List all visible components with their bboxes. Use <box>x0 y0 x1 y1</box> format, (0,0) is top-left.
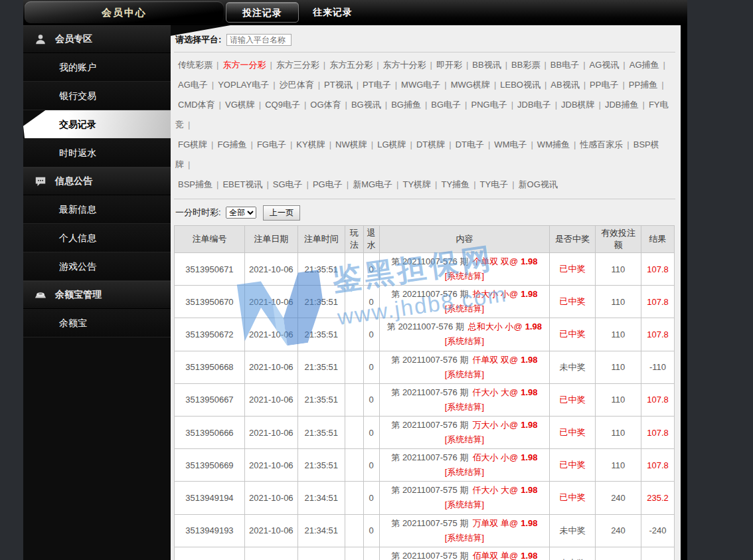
sidebar-item[interactable]: 我的账户 <box>23 53 171 82</box>
column-header: 结果 <box>641 226 674 253</box>
platform-link[interactable]: PG电子 <box>313 179 343 189</box>
platform-separator: | <box>216 60 218 70</box>
platform-link[interactable]: YOPLAY电子 <box>218 80 269 90</box>
sidebar-item[interactable]: 交易记录 <box>23 110 171 139</box>
platform-link[interactable]: 东方一分彩 <box>222 60 266 70</box>
sidebar-item[interactable]: 时时返水 <box>23 139 171 167</box>
user-icon <box>35 33 46 45</box>
lottery-filter-select[interactable]: 全部 <box>226 207 256 219</box>
platform-link[interactable]: DT棋牌 <box>416 140 445 149</box>
table-header-row: 注单编号注单日期注单时间玩法退水内容是否中奖有效投注额结果 <box>175 226 675 253</box>
platform-link[interactable]: PNG电子 <box>471 100 507 110</box>
platform-link[interactable]: 新MG电子 <box>353 179 392 189</box>
platform-separator: | <box>449 140 451 149</box>
bet-settle-status: [系统结算] <box>382 465 547 480</box>
table-row: 35139491962021-10-0621:34:510第 20211007-… <box>175 547 675 560</box>
platform-link[interactable]: AB视讯 <box>550 80 579 90</box>
platform-link[interactable]: PT电子 <box>363 80 391 90</box>
platform-link[interactable]: LEBO视讯 <box>500 80 541 90</box>
cell-bet-time: 21:35:51 <box>297 383 345 416</box>
sidebar-item[interactable]: 余额宝 <box>23 309 171 337</box>
platform-link[interactable]: FG捕鱼 <box>217 140 246 149</box>
platform-link[interactable]: AG捕鱼 <box>629 60 659 70</box>
column-header: 是否中奖 <box>550 226 596 253</box>
platform-separator: | <box>466 60 468 70</box>
bet-odds: 1.98 <box>521 256 537 266</box>
platform-link[interactable]: JDB电子 <box>517 100 551 110</box>
table-row: 35139506662021-10-0621:35:510第 20211007-… <box>175 416 675 448</box>
platform-link[interactable]: BB彩票 <box>511 60 540 70</box>
platform-link[interactable]: TY电子 <box>480 179 509 189</box>
platform-search-input[interactable] <box>226 34 292 46</box>
platform-link[interactable]: DT电子 <box>456 140 484 149</box>
platform-row: FG棋牌|FG捕鱼|FG电子|KY棋牌|NW棋牌|LG棋牌|DT棋牌|DT电子|… <box>175 135 674 175</box>
platform-link[interactable]: MWG棋牌 <box>451 80 490 90</box>
platform-link[interactable]: TY棋牌 <box>402 179 431 189</box>
platform-link[interactable]: AG电子 <box>178 80 208 90</box>
cell-win-status: 未中奖 <box>550 547 596 560</box>
bet-odds: 1.98 <box>521 551 537 560</box>
platform-link[interactable]: PP电子 <box>590 80 618 90</box>
platform-link[interactable]: EBET视讯 <box>222 179 262 189</box>
platform-link[interactable]: 新OG视讯 <box>519 179 558 189</box>
platform-link[interactable]: CMD体育 <box>178 100 215 110</box>
table-row: 35139506702021-10-0621:35:510第 20211007-… <box>175 286 675 318</box>
sidebar-section-header[interactable]: 会员专区 <box>23 25 171 53</box>
sidebar-section-header[interactable]: 信息公告 <box>23 167 171 195</box>
cell-bet-date: 2021-10-06 <box>244 351 297 383</box>
platform-link[interactable]: JDB棋牌 <box>561 100 595 110</box>
platform-link[interactable]: BG电子 <box>431 100 461 110</box>
platform-link[interactable]: VG棋牌 <box>225 100 255 110</box>
cell-bet-time: 21:34:51 <box>297 482 345 514</box>
platform-link[interactable]: PT视讯 <box>324 80 353 90</box>
sidebar-item[interactable]: 游戏公告 <box>23 252 171 281</box>
cell-bet-date: 2021-10-06 <box>244 286 297 318</box>
platform-link[interactable]: BG捕鱼 <box>391 100 421 110</box>
bet-name: 仟大小 大@ <box>472 387 518 397</box>
platform-link[interactable]: BB电子 <box>550 60 579 70</box>
platform-link[interactable]: 性感百家乐 <box>580 140 623 149</box>
column-header: 内容 <box>379 226 549 253</box>
platform-separator: | <box>643 100 645 110</box>
platform-link[interactable]: FG棋牌 <box>178 140 207 149</box>
platform-link[interactable]: BG视讯 <box>351 100 381 110</box>
cell-valid-amount: 110 <box>596 416 641 448</box>
platform-link[interactable]: BB视讯 <box>472 60 501 70</box>
platform-link[interactable]: WM电子 <box>494 140 527 149</box>
platform-link[interactable]: JDB捕鱼 <box>605 100 639 110</box>
cell-bet-id: 3513950671 <box>175 253 245 286</box>
bet-period: 第 20211007-576 期 <box>391 452 468 462</box>
platform-link[interactable]: OG体育 <box>310 100 341 110</box>
sidebar-item[interactable]: 最新信息 <box>23 195 171 224</box>
platform-link[interactable]: 传统彩票 <box>178 60 212 70</box>
platform-separator: | <box>512 179 514 189</box>
platform-link[interactable]: 东方十分彩 <box>383 60 426 70</box>
tab-transaction-records[interactable]: 往来记录 <box>297 2 369 23</box>
platform-link[interactable]: BSP捕鱼 <box>178 179 212 189</box>
platform-link[interactable]: TY捕鱼 <box>442 179 470 189</box>
platform-link[interactable]: WM捕鱼 <box>537 140 570 149</box>
platform-link[interactable]: PP捕鱼 <box>629 80 657 90</box>
bet-name: 万单双 单@ <box>472 518 518 528</box>
platform-link[interactable]: FG电子 <box>257 140 286 149</box>
platform-link[interactable]: SG电子 <box>273 179 303 189</box>
platform-link[interactable]: LG棋牌 <box>377 140 406 149</box>
platform-link[interactable]: NW棋牌 <box>335 140 367 149</box>
column-header: 有效投注额 <box>596 226 641 253</box>
prev-page-button[interactable]: 上一页 <box>263 205 300 221</box>
platform-link[interactable]: 即开彩 <box>436 60 462 70</box>
corner-swoosh-decoration <box>171 25 230 36</box>
sidebar-item[interactable]: 个人信息 <box>23 224 171 252</box>
platform-link[interactable]: 东方三分彩 <box>276 60 319 70</box>
platform-link[interactable]: CQ9电子 <box>265 100 300 110</box>
platform-link[interactable]: 沙巴体育 <box>280 80 314 90</box>
sidebar-section-header[interactable]: 余额宝管理 <box>23 281 171 309</box>
platform-link[interactable]: 东方五分彩 <box>329 60 373 70</box>
platform-link[interactable]: KY棋牌 <box>296 140 325 149</box>
platform-link[interactable]: AG视讯 <box>590 60 620 70</box>
cell-play-type <box>345 547 363 560</box>
tab-bet-records[interactable]: 投注记录 <box>226 2 299 23</box>
sidebar-item[interactable]: 银行交易 <box>23 82 171 110</box>
cell-valid-amount: 110 <box>596 449 641 482</box>
platform-link[interactable]: MWG电子 <box>401 80 440 90</box>
